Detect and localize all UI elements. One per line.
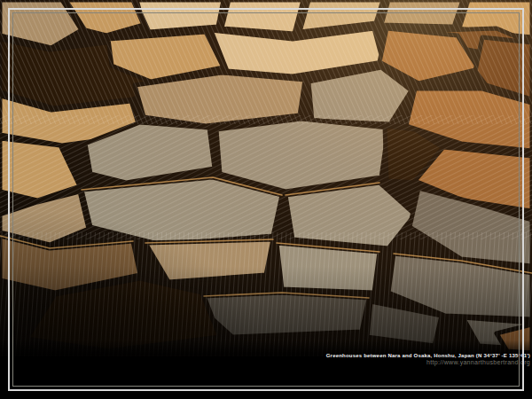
caption: Greenhouses between Nara and Osaka, Hons… [326,352,530,366]
caption-url: http://www.yannarthusbertrand.org [326,359,530,366]
wallpaper: Greenhouses between Nara and Osaka, Hons… [0,0,532,399]
caption-title: Greenhouses between Nara and Osaka, Hons… [326,352,530,359]
greenhouse-aerial-photo [0,0,532,399]
